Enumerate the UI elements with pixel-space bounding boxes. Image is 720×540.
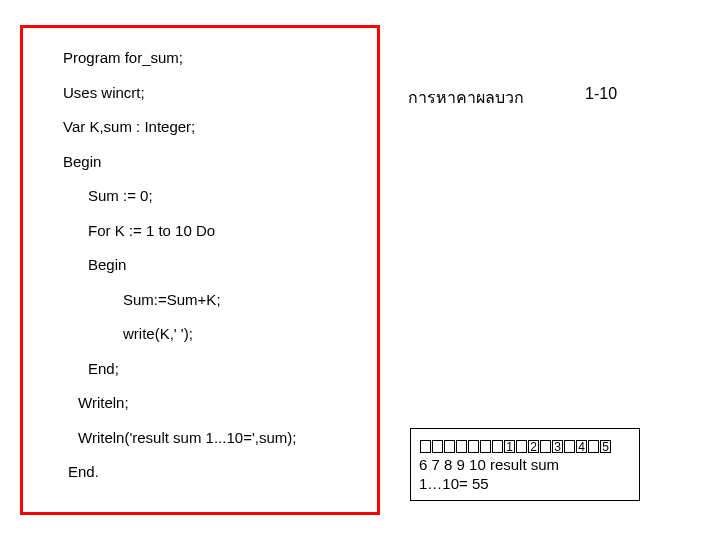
code-line: Program for_sum; bbox=[63, 48, 369, 68]
heading-range: 1-10 bbox=[585, 85, 617, 103]
code-line: Var K,sum : Integer; bbox=[63, 117, 369, 137]
placeholder-box bbox=[420, 440, 431, 453]
placeholder-box bbox=[456, 440, 467, 453]
output-num: 1 bbox=[504, 440, 515, 453]
code-line: write(K,' '); bbox=[123, 324, 369, 344]
code-line: Writeln; bbox=[78, 393, 369, 413]
output-num: 4 bbox=[576, 440, 587, 453]
heading-text: การหาคาผลบวก bbox=[408, 85, 524, 110]
placeholder-box bbox=[468, 440, 479, 453]
code-line: Sum := 0; bbox=[88, 186, 369, 206]
code-line: Uses wincrt; bbox=[63, 83, 369, 103]
placeholder-box bbox=[516, 440, 527, 453]
placeholder-box bbox=[540, 440, 551, 453]
placeholder-box bbox=[564, 440, 575, 453]
code-line: End. bbox=[68, 462, 369, 482]
placeholder-box bbox=[432, 440, 443, 453]
output-line-1: 12345 bbox=[419, 435, 631, 455]
code-line: Sum:=Sum+K; bbox=[123, 290, 369, 310]
placeholder-box bbox=[588, 440, 599, 453]
output-box: 12345 6 7 8 9 10 result sum 1…10= 55 bbox=[410, 428, 640, 501]
code-box: Program for_sum; Uses wincrt; Var K,sum … bbox=[20, 25, 380, 515]
code-line: Begin bbox=[63, 152, 369, 172]
output-num: 3 bbox=[552, 440, 563, 453]
output-num: 2 bbox=[528, 440, 539, 453]
placeholder-box bbox=[480, 440, 491, 453]
placeholder-box bbox=[492, 440, 503, 453]
code-line: Writeln('result sum 1...10=',sum); bbox=[78, 428, 369, 448]
output-line-3: 1…10= 55 bbox=[419, 474, 631, 494]
placeholder-box bbox=[444, 440, 455, 453]
code-line: For K := 1 to 10 Do bbox=[88, 221, 369, 241]
output-line-2: 6 7 8 9 10 result sum bbox=[419, 455, 631, 475]
code-line: Begin bbox=[88, 255, 369, 275]
output-num: 5 bbox=[600, 440, 611, 453]
code-line: End; bbox=[88, 359, 369, 379]
